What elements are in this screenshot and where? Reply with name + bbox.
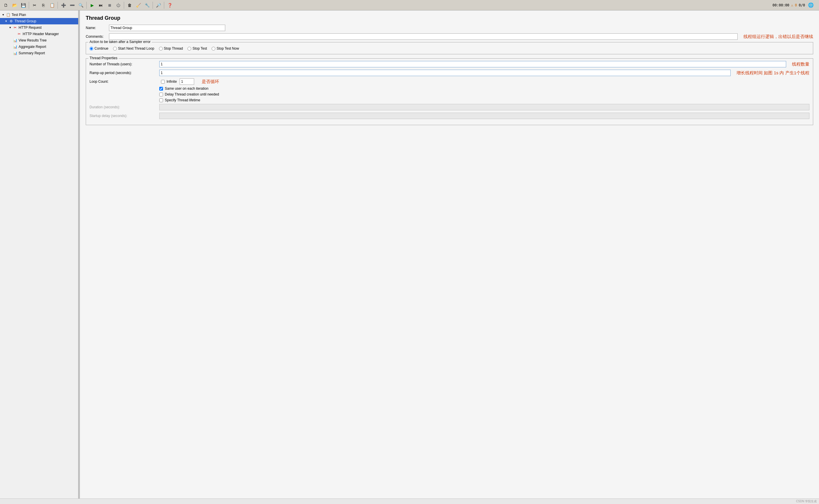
sidebar-item-summary-report[interactable]: 📊 Summary Report bbox=[0, 50, 78, 56]
toggle-http-header bbox=[12, 32, 16, 36]
duration-row: Duration (seconds): bbox=[89, 104, 809, 110]
sidebar-item-aggregate-report[interactable]: 📊 Aggregate Report bbox=[0, 44, 78, 50]
comments-input[interactable] bbox=[109, 33, 738, 40]
tree-label-summary: Summary Report bbox=[19, 51, 45, 55]
clear-all-button[interactable]: 🧹 bbox=[134, 1, 142, 9]
specify-lifetime-checkbox[interactable] bbox=[159, 98, 163, 102]
warning-count: 0 bbox=[795, 3, 797, 7]
start-no-pause-button[interactable]: ⏭ bbox=[97, 1, 105, 9]
toggle-test-plan: ▼ bbox=[1, 13, 5, 17]
comments-label: Comments: bbox=[86, 35, 109, 39]
rampup-input[interactable] bbox=[159, 70, 731, 76]
delay-creation-row: Delay Thread creation until needed bbox=[89, 92, 809, 96]
same-user-checkbox[interactable] bbox=[159, 87, 163, 91]
duration-label: Duration (seconds): bbox=[89, 105, 159, 109]
paste-button[interactable]: 📋 bbox=[48, 1, 56, 9]
tree-label-thread-group: Thread Group bbox=[15, 19, 36, 23]
thread-group-icon: ⚙ bbox=[9, 19, 13, 24]
radio-start-next-input[interactable] bbox=[113, 47, 117, 51]
thread-props-title: Thread Properties bbox=[88, 56, 118, 60]
copy-button[interactable]: ⎘ bbox=[39, 1, 47, 9]
radio-stop-test-now-input[interactable] bbox=[212, 47, 216, 51]
footer: CSDN 学院生成 bbox=[0, 498, 819, 504]
radio-stop-test-now[interactable]: Stop Test Now bbox=[212, 46, 239, 51]
annotation-rampup: 增长线程时间 如图 1s 内 产生1个线程 bbox=[737, 70, 809, 76]
infinite-label: Infinite bbox=[166, 80, 177, 84]
error-action-group: Action to be taken after a Sampler error… bbox=[86, 42, 813, 54]
sidebar-item-http-header-manager[interactable]: ✂ HTTP Header Manager bbox=[0, 31, 78, 37]
search-button[interactable]: 🔎 bbox=[154, 1, 162, 9]
num-threads-input[interactable] bbox=[159, 61, 786, 67]
start-button[interactable]: ▶ bbox=[88, 1, 96, 9]
add-button[interactable]: ➕ bbox=[59, 1, 67, 9]
delay-creation-label: Delay Thread creation until needed bbox=[165, 92, 219, 96]
delay-creation-checkbox[interactable] bbox=[159, 93, 163, 96]
same-user-label: Same user on each iteration bbox=[165, 87, 209, 91]
sidebar-item-thread-group[interactable]: ▼ ⚙ Thread Group bbox=[0, 18, 78, 24]
radio-stop-thread-label: Stop Thread bbox=[164, 46, 183, 51]
radio-start-next[interactable]: Start Next Thread Loop bbox=[113, 46, 154, 51]
name-input[interactable] bbox=[109, 25, 225, 31]
startup-delay-input bbox=[159, 113, 809, 119]
radio-stop-test-label: Stop Test bbox=[192, 46, 207, 51]
num-threads-row: Number of Threads (users): 线程数量 bbox=[89, 61, 809, 67]
cut-button[interactable]: ✂ bbox=[30, 1, 39, 9]
radio-continue-input[interactable] bbox=[89, 47, 93, 51]
radio-stop-test[interactable]: Stop Test bbox=[187, 46, 207, 51]
open-button[interactable]: 📂 bbox=[10, 1, 19, 9]
sidebar-item-view-results-tree[interactable]: 📊 View Results Tree bbox=[0, 37, 78, 44]
sep2 bbox=[57, 2, 58, 9]
function-helper-button[interactable]: 🔧 bbox=[143, 1, 151, 9]
infinite-checkbox[interactable] bbox=[161, 80, 165, 84]
radio-start-next-label: Start Next Thread Loop bbox=[118, 46, 154, 51]
radio-stop-test-input[interactable] bbox=[187, 47, 191, 51]
shutdown-button[interactable]: ⏻ bbox=[114, 1, 122, 9]
toggle-view-results bbox=[8, 38, 12, 42]
new-button[interactable]: 🗋 bbox=[2, 1, 10, 9]
sidebar-item-test-plan[interactable]: ▼ 📋 Test Plan bbox=[0, 12, 78, 18]
warning-icon: ⚠ bbox=[791, 3, 793, 7]
radio-stop-thread[interactable]: Stop Thread bbox=[159, 46, 183, 51]
toggle-aggregate bbox=[8, 45, 12, 49]
save-button[interactable]: 💾 bbox=[19, 1, 27, 9]
content-panel: Thread Group Name: Comments: 线程组运行逻辑，出错以… bbox=[80, 10, 819, 498]
http-request-icon: ✂ bbox=[13, 25, 17, 30]
help-button[interactable]: ❓ bbox=[166, 1, 174, 9]
loop-count-input[interactable] bbox=[179, 78, 194, 85]
view-results-icon: 📊 bbox=[13, 38, 17, 43]
clear-button[interactable]: 🗑 bbox=[125, 1, 134, 9]
remote-button[interactable]: 🌐 bbox=[807, 1, 815, 9]
remove-button[interactable]: ➖ bbox=[68, 1, 76, 9]
name-label: Name: bbox=[86, 26, 109, 30]
radio-stop-test-now-label: Stop Test Now bbox=[217, 46, 239, 51]
radio-stop-thread-input[interactable] bbox=[159, 47, 163, 51]
radio-continue-label: Continue bbox=[94, 46, 108, 51]
http-header-icon: ✂ bbox=[17, 32, 21, 36]
tree-label-aggregate: Aggregate Report bbox=[19, 45, 46, 49]
rampup-label: Ramp-up period (seconds): bbox=[89, 71, 159, 75]
tree-label-test-plan: Test Plan bbox=[12, 13, 26, 17]
test-plan-icon: 📋 bbox=[6, 12, 10, 17]
rampup-row: Ramp-up period (seconds): 增长线程时间 如图 1s 内… bbox=[89, 70, 809, 76]
thread-props-group: Thread Properties Number of Threads (use… bbox=[86, 58, 813, 125]
annotation-loop: 是否循环 bbox=[202, 79, 219, 84]
stop-button[interactable]: ⏹ bbox=[105, 1, 114, 9]
watermark: CSDN 学院生成 bbox=[796, 500, 817, 503]
toolbar-time: 00:00:00 ⚠ 0 0/0 🌐 bbox=[773, 1, 815, 9]
panel-title: Thread Group bbox=[86, 15, 813, 21]
sep6 bbox=[164, 2, 164, 9]
sidebar-item-http-request[interactable]: ▼ ✂ HTTP Request bbox=[0, 24, 78, 31]
tree-label-view-results: View Results Tree bbox=[19, 38, 47, 42]
time-display: 00:00:00 bbox=[773, 3, 789, 7]
sep4 bbox=[124, 2, 124, 9]
browse-button[interactable]: 🔍 bbox=[77, 1, 85, 9]
toolbar: 🗋 📂 💾 ✂ ⎘ 📋 ➕ ➖ 🔍 ▶ ⏭ ⏹ ⏻ 🗑 🧹 🔧 🔎 ❓ 00:0… bbox=[0, 0, 819, 10]
sep5 bbox=[152, 2, 153, 9]
error-action-title: Action to be taken after a Sampler error bbox=[88, 40, 152, 44]
radio-continue[interactable]: Continue bbox=[89, 46, 108, 51]
toggle-http-request: ▼ bbox=[8, 26, 12, 30]
toggle-thread-group: ▼ bbox=[4, 19, 8, 23]
specify-lifetime-label: Specify Thread lifetime bbox=[165, 98, 200, 102]
num-threads-label: Number of Threads (users): bbox=[89, 62, 159, 66]
tree-label-http-header: HTTP Header Manager bbox=[23, 32, 59, 36]
